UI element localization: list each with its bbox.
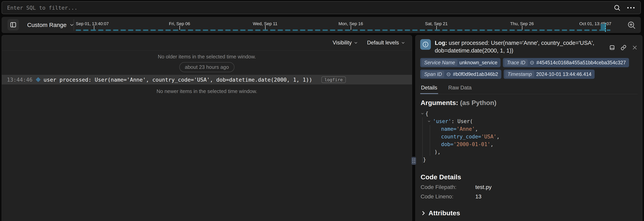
- arguments-code-tree: { 'user': User( name='Anne', country_cod…: [420, 110, 637, 163]
- visibility-label: Visibility: [333, 40, 352, 46]
- collapse-chevron-icon[interactable]: [427, 120, 431, 123]
- panel-resize-grip[interactable]: [411, 157, 416, 165]
- badge-label: Timestamp: [505, 71, 534, 78]
- arguments-mode-text: (as Python): [460, 99, 496, 106]
- badge-label: Trace ID: [504, 59, 528, 66]
- log-list-panel: Visibility Default levels No older items…: [2, 35, 412, 221]
- timeline-tick: [351, 25, 351, 30]
- chevron-down-icon: [354, 41, 358, 45]
- code-token-string: 'Anne': [456, 126, 475, 132]
- code-details-heading: Code Details: [420, 173, 637, 181]
- time-range-label: Custom Range: [27, 22, 66, 28]
- code-filepath-label: Code Filepath:: [420, 184, 475, 190]
- log-message: user processed: User(name='Anne', countr…: [44, 77, 312, 83]
- log-level-diamond-icon: [36, 77, 40, 82]
- trace-link-icon[interactable]: [530, 60, 534, 65]
- time-range-dropdown[interactable]: Custom Range: [27, 22, 74, 28]
- timeline-tick: [436, 25, 437, 30]
- code-filepath-value: test.py: [475, 184, 492, 190]
- divider: [74, 19, 74, 31]
- code-token-string: '2000-01-01': [454, 141, 490, 147]
- visibility-dropdown[interactable]: Visibility: [333, 40, 358, 46]
- timeline-label-end: Oct 01, 13:45:07: [579, 21, 611, 26]
- code-token: ,: [490, 141, 494, 147]
- code-lineno-label: Code Lineno:: [420, 194, 475, 200]
- span-id-badge[interactable]: Span ID #b0f0d9ed1ab346b2: [420, 70, 501, 79]
- badge-label: Span ID: [422, 71, 444, 78]
- code-line: }: [420, 156, 637, 163]
- log-tag-logfire[interactable]: logfire: [322, 76, 346, 83]
- search-icon[interactable]: [614, 4, 620, 11]
- default-levels-dropdown[interactable]: Default levels: [367, 40, 405, 46]
- detail-tabs: Details Raw Data: [420, 83, 638, 94]
- no-newer-items-message: No newer items in the selected time wind…: [2, 88, 412, 94]
- code-token-param: name=: [441, 126, 456, 132]
- copy-link-icon[interactable]: [620, 41, 626, 54]
- badge-label: Service Name: [422, 59, 458, 66]
- log-row[interactable]: 13:44:46 user processed: User(name='Anne…: [2, 74, 412, 85]
- code-line: dob='2000-01-01',: [420, 140, 637, 148]
- attributes-label: Attributes: [428, 209, 460, 217]
- detail-badges: Service Name unknown_service Trace ID #4…: [416, 54, 642, 79]
- log-timestamp: 13:44:46: [7, 77, 32, 83]
- detail-actions: [609, 39, 638, 54]
- dock-panel-icon[interactable]: [609, 41, 615, 54]
- code-line: name='Anne',: [420, 125, 637, 133]
- sidebar-toggle-button[interactable]: [8, 19, 19, 30]
- chevron-right-icon: [420, 210, 426, 216]
- span-link-icon[interactable]: [446, 72, 451, 77]
- chevron-down-icon: [401, 41, 405, 45]
- service-name-badge: Service Name unknown_service: [420, 58, 500, 67]
- timeline-selection-edge[interactable]: [605, 23, 606, 32]
- code-line: ),: [420, 148, 637, 156]
- default-levels-label: Default levels: [367, 40, 399, 46]
- close-icon[interactable]: [632, 41, 638, 54]
- code-lineno-row: Code Lineno: 13: [420, 194, 637, 200]
- code-token-string: 'USA': [481, 134, 496, 140]
- timeline-label-start: Sep 01, 13:40:07: [76, 21, 109, 26]
- relative-time-pill: about 23 hours ago: [179, 62, 234, 72]
- sql-filter-input[interactable]: [7, 5, 607, 11]
- sql-filter-bar: [2, 1, 641, 14]
- more-options-icon[interactable]: [627, 7, 634, 8]
- zoom-in-icon: [627, 20, 636, 29]
- code-filepath-row: Code Filepath: test.py: [420, 184, 637, 190]
- attributes-section-toggle[interactable]: Attributes: [420, 209, 637, 217]
- log-level-label: Log:: [435, 40, 447, 46]
- zoom-in-button[interactable]: [626, 19, 637, 30]
- detail-body: Arguments: (as Python) { 'user': User(: [416, 94, 642, 221]
- tab-details[interactable]: Details: [420, 83, 438, 94]
- timeline-activity-track[interactable]: [76, 29, 610, 31]
- code-token-param: country_code=: [441, 134, 481, 140]
- badge-value: #b0f0d9ed1ab346b2: [453, 71, 498, 77]
- log-detail-panel: Log:user processed: User(name='Anne', co…: [415, 35, 642, 221]
- code-token-param: dob=: [441, 141, 454, 147]
- badge-value: 2024-10-01 13:44:46.414: [536, 71, 592, 77]
- code-line: country_code='USA',: [420, 133, 637, 140]
- log-title-text: user processed: User(name='Anne', countr…: [435, 40, 594, 54]
- timeline-tick: [265, 25, 266, 30]
- trace-id-badge[interactable]: Trace ID #454514c0168a455a51bb4ceba354c3…: [503, 58, 629, 67]
- code-token: ,: [496, 134, 500, 140]
- timeline-bar: Custom Range Sep 01, 13:40:07 Fri, Sep 0…: [2, 17, 641, 33]
- code-line: 'user': User(: [420, 117, 637, 125]
- code-token: ),: [434, 149, 440, 155]
- tab-raw-data[interactable]: Raw Data: [448, 83, 472, 94]
- code-token: }: [423, 157, 426, 163]
- timestamp-badge: Timestamp 2024-10-01 13:44:46.414: [504, 70, 594, 79]
- code-lineno-value: 13: [475, 194, 482, 200]
- collapse-chevron-icon[interactable]: [420, 112, 424, 115]
- timeline-tick: [180, 25, 180, 30]
- code-token: {: [425, 111, 428, 117]
- log-list-controls: Visibility Default levels: [2, 35, 412, 50]
- timeline-tick: [94, 25, 94, 30]
- code-token-key: 'user': [433, 118, 451, 124]
- arguments-heading-text: Arguments:: [420, 99, 458, 106]
- code-token: :: [451, 118, 458, 124]
- timeline-tick: [522, 25, 522, 30]
- code-token: User(: [458, 118, 473, 124]
- sidebar-panel-icon: [10, 21, 16, 28]
- no-older-items-message: No older items in the selected time wind…: [2, 54, 412, 60]
- badge-value: #454514c0168a455a51bb4ceba354c327: [536, 60, 626, 65]
- arguments-heading: Arguments: (as Python): [420, 99, 637, 107]
